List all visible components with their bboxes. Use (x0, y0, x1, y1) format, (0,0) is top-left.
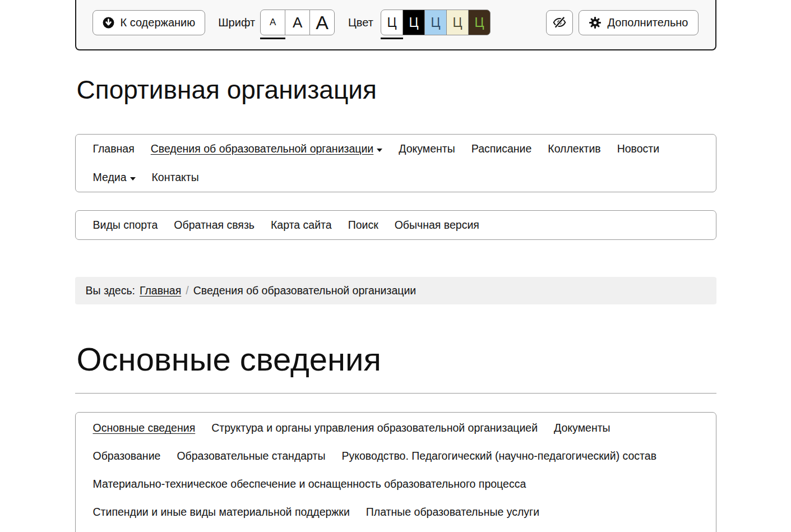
color-scheme-beige-glyph: Ц (452, 15, 462, 30)
section-item-dokumenty[interactable]: Документы (554, 422, 610, 434)
secondary-nav-row: Виды спорта Обратная связь Карта сайта П… (93, 211, 699, 239)
breadcrumb-prefix: Вы здесь: (86, 284, 136, 297)
section-item-obrazovatelnye-standarty[interactable]: Образовательные стандарты (177, 450, 325, 462)
arrow-circle-down-icon (103, 17, 114, 29)
section-item-osnovnye-svedeniya[interactable]: Основные сведения (93, 422, 196, 434)
color-scheme-switcher: Ц Ц Ц Ц Ц (381, 10, 491, 35)
font-size-medium-button[interactable]: А (285, 10, 310, 35)
color-scheme-black-glyph: Ц (409, 15, 418, 30)
breadcrumb-separator: / (186, 284, 188, 297)
section-menu-row: Материально-техническое обеспечение и ос… (93, 470, 699, 498)
accessibility-toolbar: К содержанию Шрифт А А А Цвет Ц Ц Ц (75, 0, 716, 50)
font-size-small-glyph: А (270, 17, 276, 28)
color-scheme-blue-glyph: Ц (431, 15, 440, 30)
font-size-large-button[interactable]: А (309, 10, 335, 35)
nav-item-kollektiv[interactable]: Коллектив (548, 142, 600, 155)
section-menu: Основные сведения Структура и органы упр… (75, 412, 716, 532)
nav-item-svedeniya[interactable]: Сведения об образовательной организации (151, 142, 383, 155)
nav-item-dokumenty[interactable]: Документы (399, 142, 455, 155)
toolbar-right-group: Дополнительно (546, 10, 699, 35)
to-content-button[interactable]: К содержанию (92, 10, 206, 35)
font-size-label: Шрифт (218, 16, 255, 29)
page-container: К содержанию Шрифт А А А Цвет Ц Ц Ц (75, 0, 716, 532)
section-menu-row: Стипендии и иные виды материальной подде… (93, 498, 699, 526)
section-item-rukovodstvo[interactable]: Руководство. Педагогический (научно-педа… (341, 450, 656, 462)
nav-item-glavnaya[interactable]: Главная (93, 142, 135, 155)
font-size-large-glyph: А (316, 12, 329, 34)
font-size-switcher: А А А (260, 10, 335, 35)
section-item-stipendii[interactable]: Стипендии и иные виды материальной подде… (93, 506, 350, 519)
section-item-materialno-tekhnicheskoe[interactable]: Материально-техническое обеспечение и ос… (93, 478, 526, 491)
gear-icon (589, 16, 602, 29)
nav-item-novosti[interactable]: Новости (617, 142, 660, 155)
section-menu-row: Образование Образовательные стандарты Ру… (93, 442, 699, 470)
nav-item-obychnaya-versiya[interactable]: Обычная версия (395, 219, 479, 232)
main-nav-row: Медиа Контакты (93, 163, 699, 192)
nav-item-poisk[interactable]: Поиск (348, 219, 378, 232)
color-scheme-beige-button[interactable]: Ц (446, 10, 469, 35)
caret-down-icon (130, 177, 136, 181)
site-title: Спортивная организация (77, 75, 716, 105)
extras-label: Дополнительно (608, 16, 688, 29)
color-scheme-brown-button[interactable]: Ц (468, 10, 491, 35)
nav-item-raspisanie[interactable]: Расписание (471, 142, 532, 155)
color-scheme-blue-button[interactable]: Ц (424, 10, 447, 35)
nav-item-karta-sayta[interactable]: Карта сайта (271, 219, 332, 232)
nav-item-obratnaya-svyaz[interactable]: Обратная связь (174, 219, 255, 232)
nav-item-media[interactable]: Медиа (93, 171, 136, 184)
accessibility-view-button[interactable] (546, 10, 573, 35)
color-scheme-label: Цвет (348, 16, 373, 29)
font-size-medium-glyph: А (293, 14, 302, 31)
section-menu-row: Основные сведения Структура и органы упр… (93, 414, 699, 442)
breadcrumb-home-link[interactable]: Главная (140, 284, 181, 297)
color-scheme-white-glyph: Ц (387, 15, 396, 30)
breadcrumb: Вы здесь: Главная / Сведения об образова… (75, 277, 716, 304)
color-scheme-white-button[interactable]: Ц (381, 10, 403, 35)
font-size-small-button[interactable]: А (260, 10, 285, 35)
section-item-obrazovanie[interactable]: Образование (93, 450, 161, 462)
to-content-label: К содержанию (121, 16, 196, 29)
heading-divider (75, 393, 716, 394)
extras-button[interactable]: Дополнительно (579, 10, 699, 35)
main-nav-row: Главная Сведения об образовательной орга… (93, 135, 699, 163)
nav-item-kontakty[interactable]: Контакты (152, 171, 199, 184)
main-nav: Главная Сведения об образовательной орга… (75, 134, 716, 192)
page-heading: Основные сведения (77, 340, 716, 378)
low-vision-eye-icon (552, 15, 567, 30)
section-item-struktura[interactable]: Структура и органы управления образовате… (211, 422, 538, 434)
nav-item-vidy-sporta[interactable]: Виды спорта (93, 219, 158, 232)
color-scheme-black-button[interactable]: Ц (403, 10, 425, 35)
section-item-platnye-uslugi[interactable]: Платные образовательные услуги (366, 506, 539, 519)
color-scheme-brown-glyph: Ц (474, 15, 484, 30)
breadcrumb-current: Сведения об образовательной организации (193, 284, 417, 297)
caret-down-icon (377, 149, 382, 152)
secondary-nav: Виды спорта Обратная связь Карта сайта П… (75, 210, 716, 240)
